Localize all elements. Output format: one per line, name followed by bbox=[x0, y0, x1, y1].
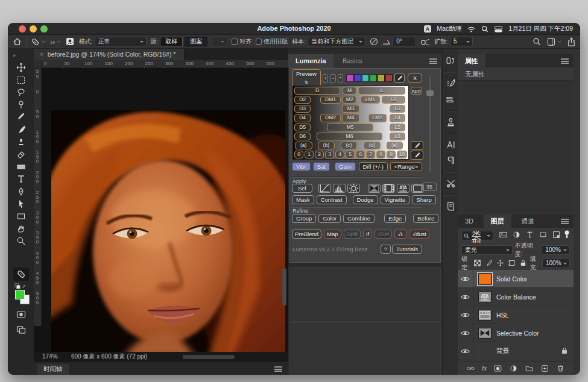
mask-button-e[interactable]: (e) bbox=[387, 142, 403, 149]
menubar-assistant[interactable]: Mac助理 bbox=[437, 25, 461, 33]
mask-button-6[interactable]: 6 bbox=[356, 151, 365, 158]
range-button[interactable]: <Range> bbox=[390, 162, 422, 171]
lumenzia-menu-icon[interactable] bbox=[429, 58, 437, 64]
blend-mode-select[interactable]: 柔光 bbox=[461, 245, 513, 255]
tab-channels[interactable]: 通道 bbox=[514, 214, 542, 228]
panel-character-icon[interactable] bbox=[444, 139, 457, 151]
properties-menu-icon[interactable] bbox=[561, 58, 569, 64]
tab-layers[interactable]: 图层 bbox=[484, 214, 511, 228]
apply-curves-button[interactable] bbox=[318, 184, 331, 193]
diffuse-select[interactable]: 5 bbox=[450, 37, 473, 46]
close-tab-icon[interactable]: × bbox=[40, 51, 43, 58]
tool-type[interactable] bbox=[16, 174, 27, 184]
layer-row-1[interactable]: Color Balance bbox=[458, 288, 574, 306]
apply-balance-button[interactable] bbox=[397, 184, 409, 193]
layer-fx-button[interactable]: fx bbox=[482, 365, 487, 372]
layer-row-4[interactable]: 背景 bbox=[458, 342, 574, 360]
tool-gradient[interactable] bbox=[16, 161, 27, 172]
layer-visibility-eye-icon[interactable] bbox=[458, 288, 473, 305]
tutorials-button[interactable]: Tutorials bbox=[392, 245, 422, 254]
mask-button-M2[interactable]: M2 bbox=[343, 96, 357, 104]
apply-vignette-button[interactable] bbox=[368, 184, 381, 193]
search-icon[interactable] bbox=[533, 37, 541, 46]
tool-lasso[interactable] bbox=[16, 87, 27, 98]
tool-eraser[interactable] bbox=[16, 149, 27, 160]
color-swatch-3[interactable] bbox=[370, 74, 377, 82]
mask-button-b[interactable]: (b) bbox=[318, 142, 335, 149]
layer-visibility-eye-icon[interactable] bbox=[458, 342, 473, 360]
filter-image-icon[interactable] bbox=[499, 230, 508, 241]
pattern-source-button[interactable]: 图案 bbox=[185, 37, 207, 46]
panel-brush-settings-icon[interactable] bbox=[444, 78, 457, 90]
foreground-color-swatch[interactable] bbox=[15, 290, 25, 299]
refine-color-button[interactable]: Color bbox=[318, 214, 341, 223]
color-swatch-1[interactable] bbox=[354, 74, 361, 82]
tool-marquee[interactable] bbox=[16, 75, 27, 86]
not-button[interactable]: Not bbox=[411, 87, 422, 95]
layer-visibility-eye-icon[interactable] bbox=[458, 306, 473, 324]
color-swatch-2[interactable] bbox=[362, 74, 369, 82]
sel-button[interactable]: Sel bbox=[292, 184, 312, 193]
layer-thumbnail-solid[interactable] bbox=[478, 274, 492, 284]
layer-thumbnail-selective[interactable] bbox=[478, 328, 492, 339]
mask-button-2[interactable]: 2 bbox=[315, 151, 324, 158]
layer-delete-button[interactable] bbox=[556, 365, 565, 372]
mask-button-LM2[interactable]: LM2 bbox=[368, 114, 387, 122]
gamma-button[interactable]: Gam bbox=[335, 162, 356, 171]
mask-button-LM1[interactable]: LM1 bbox=[361, 96, 380, 104]
control-center-icon[interactable] bbox=[494, 26, 503, 33]
share-icon[interactable] bbox=[567, 37, 575, 46]
tool-brush[interactable] bbox=[16, 124, 27, 135]
layer-row-2[interactable]: HSL bbox=[458, 306, 574, 324]
mask-button-DM1[interactable]: DM1 bbox=[320, 96, 340, 104]
filter-type-icon[interactable] bbox=[525, 230, 534, 241]
multiply-button[interactable]: * bbox=[338, 74, 344, 83]
zone-picker2-button[interactable] bbox=[411, 151, 423, 160]
mask-button-d[interactable]: (d) bbox=[364, 142, 381, 149]
screen-mode-button[interactable] bbox=[16, 324, 27, 334]
panel-brushes-icon[interactable] bbox=[444, 93, 457, 105]
blend-Sel-button[interactable]: √Sel bbox=[375, 230, 392, 239]
canvas-pasteboard[interactable] bbox=[42, 68, 288, 352]
apply-mask-button[interactable]: Mask bbox=[292, 195, 314, 204]
apply-film-button[interactable] bbox=[382, 184, 395, 193]
tab-3d[interactable]: 3D bbox=[458, 214, 481, 228]
mask-button-M6[interactable]: M6 bbox=[317, 133, 382, 140]
layers-menu-icon[interactable] bbox=[561, 219, 569, 224]
fill-select[interactable]: 100% bbox=[542, 258, 570, 268]
mask-button-D4[interactable]: D4 bbox=[294, 114, 311, 122]
pattern-picker-select[interactable] bbox=[212, 37, 227, 46]
tab-basics[interactable]: Basics bbox=[335, 54, 369, 68]
panel-tools-icon[interactable] bbox=[444, 178, 457, 190]
saturation-button[interactable]: Sat bbox=[313, 162, 330, 171]
zone-picker-button[interactable] bbox=[411, 141, 423, 150]
document-horizontal-scrollbar[interactable] bbox=[183, 355, 235, 359]
photo-canvas[interactable] bbox=[51, 110, 285, 352]
lock-artboard-icon[interactable] bbox=[508, 259, 516, 268]
apply-brightness-button[interactable] bbox=[347, 184, 360, 193]
tool-path-select[interactable] bbox=[16, 199, 27, 210]
filter-toggle[interactable] bbox=[564, 230, 570, 241]
home-icon[interactable] bbox=[13, 37, 22, 46]
tool-healing[interactable] bbox=[16, 99, 27, 110]
input-method-icon[interactable]: A bbox=[424, 25, 432, 33]
tool-shape[interactable] bbox=[16, 211, 27, 222]
mask-button-L6[interactable]: L6 bbox=[390, 133, 405, 140]
panel-libraries-icon[interactable] bbox=[444, 201, 457, 213]
mask-button-a[interactable]: (a) bbox=[295, 142, 312, 149]
toolbar-collapse-icon[interactable]: » bbox=[13, 52, 16, 58]
wifi-icon[interactable] bbox=[467, 26, 476, 33]
blend-PreBlend-button[interactable]: PreBlend bbox=[292, 230, 321, 239]
panel-clone-source-icon[interactable] bbox=[444, 116, 457, 128]
tool-eyedropper[interactable] bbox=[16, 111, 27, 122]
mask-button-5[interactable]: 5 bbox=[346, 151, 355, 158]
opacity-select[interactable]: 100% bbox=[542, 245, 570, 255]
vibrance-button[interactable]: Vibr bbox=[292, 162, 311, 171]
mask-button-D3[interactable]: D3 bbox=[294, 105, 311, 113]
default-swap-colors-icon[interactable] bbox=[14, 283, 27, 289]
legacy-option[interactable]: 使用旧版 bbox=[256, 37, 288, 46]
mask-button-8[interactable]: 8 bbox=[376, 151, 385, 158]
panel-paragraph-icon[interactable] bbox=[444, 155, 457, 167]
mask-button-L2[interactable]: L2 bbox=[382, 96, 405, 104]
tool-spot-healing-active[interactable] bbox=[13, 268, 29, 281]
